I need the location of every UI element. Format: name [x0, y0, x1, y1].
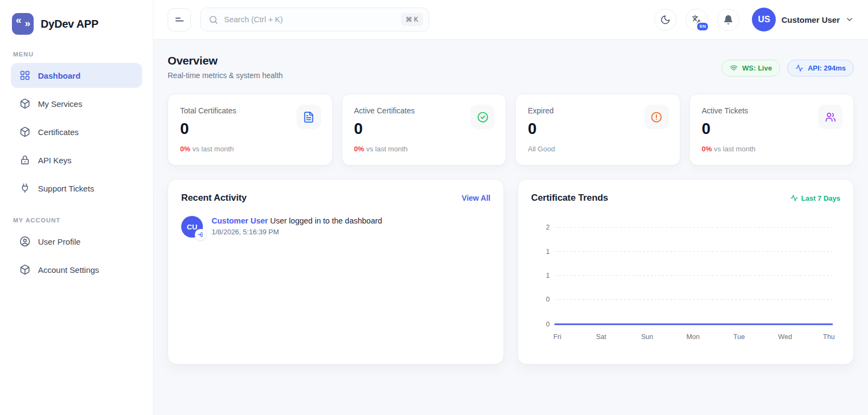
api-status-badge: API: 294ms: [787, 60, 854, 76]
user-circle-icon: [20, 236, 30, 247]
user-avatar[interactable]: US: [752, 8, 776, 31]
stat-icon-box: [297, 105, 321, 129]
x-tick: Mon: [686, 333, 700, 341]
stat-card-active-tickets: Active Tickets 0 0% vs last month: [690, 94, 854, 165]
sidebar-section-account: MY ACCOUNT: [13, 217, 142, 224]
x-tick: Tue: [733, 333, 745, 341]
sidebar-item-label: API Keys: [38, 156, 72, 165]
search-icon: [208, 15, 219, 25]
logo-glyph-left: «: [16, 14, 22, 26]
sidebar-item-account-settings[interactable]: Account Settings: [11, 257, 142, 282]
chart-svg: 2 1 1 0 0 Fri Sat Sun Mon Tue: [531, 213, 840, 351]
activity-body: Customer User User logged in to the dash…: [212, 216, 382, 238]
box-icon: [20, 264, 30, 275]
app-logo: « » DyDev APP: [11, 13, 142, 35]
activity-message-text: User logged in to the dashboard: [268, 216, 382, 225]
stat-delta-suffix: vs last month: [190, 145, 234, 153]
ws-status-badge: WS: Live: [722, 60, 780, 76]
certificate-trends-title: Certificate Trends: [531, 193, 608, 203]
activity-user-name: Customer User: [212, 216, 268, 225]
sidebar-item-label: Support Tickets: [38, 184, 94, 193]
sidebar-item-api-keys[interactable]: API Keys: [11, 148, 142, 173]
sidebar-toggle-button[interactable]: [168, 8, 191, 31]
stat-delta-suffix: vs last month: [364, 145, 407, 153]
certificate-trends-panel: Certificate Trends Last 7 Days: [518, 179, 854, 365]
stat-card-expired: Expired 0 All Good: [515, 94, 680, 165]
recent-activity-header: Recent Activity View All: [181, 193, 490, 203]
sidebar-item-label: Dashboard: [38, 71, 80, 80]
recent-activity-panel: Recent Activity View All CU Customer Use…: [168, 179, 504, 365]
menu-icon: [174, 14, 185, 25]
sidebar-item-support-tickets[interactable]: Support Tickets: [11, 176, 142, 201]
content-area: Overview Real-time metrics & system heal…: [154, 40, 868, 415]
activity-message: Customer User User logged in to the dash…: [212, 216, 382, 225]
recent-activity-title: Recent Activity: [181, 193, 247, 203]
logo-icon: « »: [12, 13, 34, 35]
page-header-text: Overview Real-time metrics & system heal…: [168, 54, 283, 80]
stat-card-grid: Total Certificates 0 0% vs last month Ac…: [168, 94, 854, 165]
sidebar-item-label: User Profile: [38, 237, 80, 246]
x-tick: Wed: [778, 333, 792, 341]
page-header: Overview Real-time metrics & system heal…: [168, 54, 854, 80]
language-button[interactable]: EN: [686, 9, 708, 31]
logo-glyph-right: »: [24, 17, 30, 29]
page-subtitle: Real-time metrics & system health: [168, 71, 283, 80]
search-input[interactable]: [224, 15, 395, 24]
alert-circle-icon: [650, 111, 662, 123]
lock-icon: [20, 155, 30, 165]
api-status-label: API: 294ms: [808, 64, 846, 72]
trend-line-chart: 2 1 1 0 0 Fri Sat Sun Mon Tue: [531, 213, 840, 351]
file-text-icon: [303, 111, 315, 123]
stat-delta-suffix: All Good: [528, 145, 555, 153]
stat-delta-value: 0%: [702, 145, 712, 153]
sidebar-item-label: Account Settings: [38, 265, 99, 274]
log-in-icon: [195, 229, 206, 240]
app-title: DyDev APP: [41, 18, 98, 30]
activity-timestamp: 1/8/2026, 5:16:39 PM: [212, 228, 382, 236]
y-tick: 2: [546, 224, 550, 231]
box-icon: [20, 98, 30, 109]
plug-icon: [20, 183, 30, 194]
bell-icon: [723, 15, 733, 25]
notifications-button[interactable]: [717, 9, 739, 31]
sidebar-item-label: Certificates: [38, 127, 79, 137]
stat-delta-value: 0%: [354, 145, 365, 153]
sidebar-item-label: My Services: [38, 99, 82, 108]
x-tick: Sat: [596, 333, 607, 341]
search-shortcut-badge: ⌘ K: [401, 13, 423, 26]
page-title: Overview: [168, 54, 283, 67]
user-name: Customer User: [781, 15, 840, 24]
sidebar-item-certificates[interactable]: Certificates: [11, 119, 142, 144]
activity-icon: [795, 64, 803, 72]
dark-mode-button[interactable]: [654, 9, 676, 31]
stat-delta: 0% vs last month: [180, 145, 320, 153]
stat-delta: All Good: [528, 145, 668, 153]
x-tick: Fri: [553, 333, 561, 341]
language-badge: EN: [696, 22, 709, 31]
wifi-icon: [730, 64, 738, 72]
moon-icon: [660, 15, 671, 25]
y-tick: 1: [546, 272, 550, 279]
check-circle-icon: [477, 111, 489, 123]
search-box[interactable]: ⌘ K: [200, 8, 429, 31]
range-label-text: Last 7 Days: [801, 194, 840, 202]
x-tick: Sun: [641, 333, 653, 341]
sidebar: « » DyDev APP MENU Dashboard My Services…: [0, 0, 154, 415]
sidebar-item-user-profile[interactable]: User Profile: [11, 229, 142, 254]
bottom-panels: Recent Activity View All CU Customer Use…: [168, 179, 854, 365]
stat-icon-box: [818, 105, 843, 129]
user-menu[interactable]: US Customer User: [749, 8, 854, 31]
stat-delta: 0% vs last month: [702, 145, 842, 153]
stat-card-active-certificates: Active Certificates 0 0% vs last month: [342, 94, 507, 165]
y-tick: 1: [546, 248, 550, 256]
sidebar-item-dashboard[interactable]: Dashboard: [11, 63, 142, 88]
status-badges: WS: Live API: 294ms: [722, 60, 854, 76]
main-column: ⌘ K EN US Customer Us: [154, 0, 868, 415]
stat-card-total-certificates: Total Certificates 0 0% vs last month: [168, 94, 333, 165]
view-all-link[interactable]: View All: [462, 194, 490, 202]
users-icon: [825, 111, 837, 123]
y-tick: 0: [546, 296, 550, 303]
y-tick: 0: [546, 321, 550, 328]
stat-delta-value: 0%: [180, 145, 190, 153]
sidebar-item-my-services[interactable]: My Services: [11, 91, 142, 116]
